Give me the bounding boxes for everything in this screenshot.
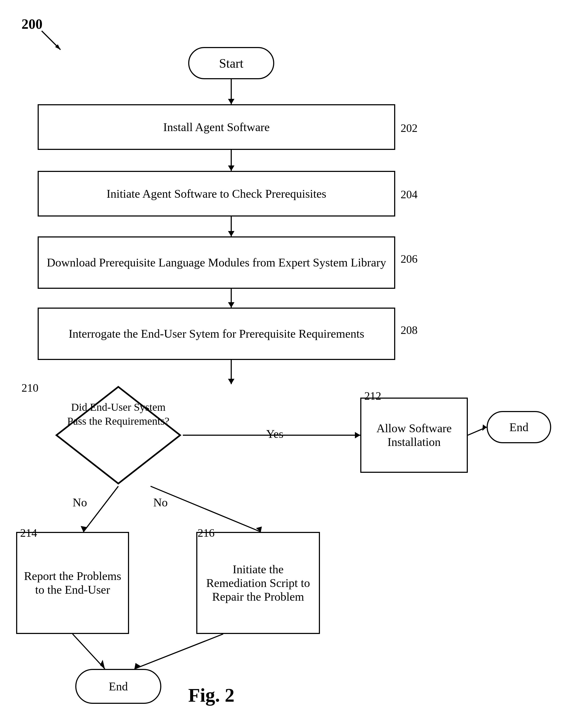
- ref-208: 208: [401, 324, 418, 337]
- svg-line-22: [134, 634, 223, 669]
- box-interrogate: Interrogate the End-User Sytem for Prere…: [38, 308, 395, 360]
- ref-206: 206: [401, 252, 418, 265]
- box-interrogate-text: Interrogate the End-User Sytem for Prere…: [68, 327, 364, 340]
- svg-marker-1: [55, 44, 61, 50]
- box-initiate-agent: Initiate Agent Software to Check Prerequ…: [38, 171, 395, 217]
- svg-marker-5: [228, 166, 234, 171]
- end-bottom-label: End: [109, 680, 128, 693]
- svg-marker-23: [134, 663, 141, 669]
- svg-line-14: [468, 427, 487, 435]
- svg-line-0: [42, 31, 61, 50]
- box-allow-install: Allow Software Installation: [360, 398, 468, 473]
- svg-marker-9: [228, 302, 234, 308]
- ref-216: 216: [197, 527, 214, 539]
- end-top-label: End: [509, 420, 529, 434]
- start-label: Start: [219, 56, 244, 71]
- ref-210: 210: [22, 381, 39, 394]
- diagram-id-label: 200: [22, 16, 42, 32]
- no-label-right: No: [153, 495, 168, 509]
- box-report-problems-text: Report the Problems to the End-User: [23, 569, 123, 597]
- svg-marker-3: [228, 99, 234, 104]
- ref-214: 214: [20, 527, 37, 539]
- svg-marker-13: [355, 432, 360, 438]
- svg-marker-11: [228, 379, 234, 384]
- box-install-agent: Install Agent Software: [38, 104, 395, 150]
- diagram-container: 200: [0, 0, 588, 728]
- box-remediation-text: Initiate the Remediation Script to Repai…: [203, 562, 314, 604]
- end-terminal-bottom: End: [75, 669, 161, 704]
- diamond-pass-text: Did End-User System Pass the Requirement…: [61, 400, 176, 428]
- svg-line-20: [72, 634, 105, 669]
- start-terminal: Start: [188, 47, 274, 79]
- ref-212: 212: [364, 390, 381, 402]
- box-download-prereq-text: Download Prerequisite Language Modules f…: [47, 256, 386, 269]
- end-terminal-top: End: [487, 411, 551, 443]
- svg-line-16: [83, 486, 118, 532]
- yes-label: Yes: [266, 427, 284, 441]
- svg-marker-15: [482, 424, 487, 431]
- ref-204: 204: [401, 188, 418, 201]
- no-label-left: No: [72, 495, 87, 509]
- box-remediation: Initiate the Remediation Script to Repai…: [196, 532, 320, 634]
- svg-marker-7: [228, 231, 234, 236]
- figure-label: Fig. 2: [188, 684, 234, 707]
- box-initiate-agent-text: Initiate Agent Software to Check Prerequ…: [106, 187, 326, 201]
- box-allow-install-text: Allow Software Installation: [367, 421, 461, 449]
- svg-marker-17: [81, 526, 87, 532]
- box-report-problems: Report the Problems to the End-User: [16, 532, 129, 634]
- ref-202: 202: [401, 122, 418, 135]
- svg-marker-19: [256, 527, 262, 532]
- box-download-prereq: Download Prerequisite Language Modules f…: [38, 236, 395, 289]
- diamond-pass-requirements: [54, 384, 183, 486]
- svg-marker-21: [100, 660, 105, 669]
- box-install-agent-text: Install Agent Software: [163, 120, 270, 134]
